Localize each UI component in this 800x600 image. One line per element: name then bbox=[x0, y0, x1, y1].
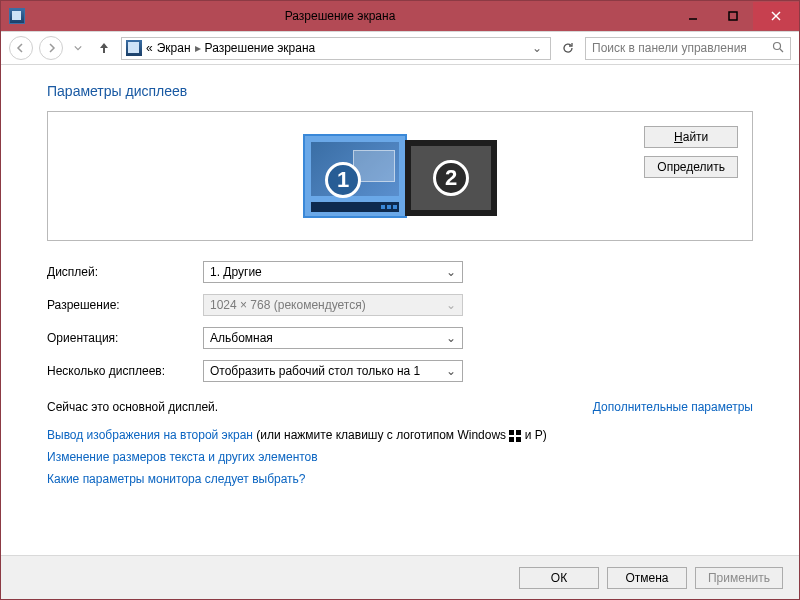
cancel-button[interactable]: Отмена bbox=[607, 567, 687, 589]
multiple-displays-select[interactable]: Отобразить рабочий стол только на 1 ⌄ bbox=[203, 360, 463, 382]
display-select[interactable]: 1. Другие ⌄ bbox=[203, 261, 463, 283]
select-value: 1024 × 768 (рекомендуется) bbox=[210, 298, 366, 312]
settings-form: Дисплей: 1. Другие ⌄ Разрешение: 1024 × … bbox=[47, 261, 753, 382]
page-heading: Параметры дисплеев bbox=[47, 83, 753, 99]
resolution-label: Разрешение: bbox=[47, 298, 203, 312]
primary-display-note: Сейчас это основной дисплей. bbox=[47, 400, 218, 414]
apply-button: Применить bbox=[695, 567, 783, 589]
advanced-settings-link[interactable]: Дополнительные параметры bbox=[593, 400, 753, 414]
svg-point-4 bbox=[774, 42, 781, 49]
resolution-select: 1024 × 768 (рекомендуется) ⌄ bbox=[203, 294, 463, 316]
caption-buttons bbox=[673, 2, 799, 30]
search-box[interactable] bbox=[585, 37, 791, 60]
close-button[interactable] bbox=[753, 2, 799, 30]
windows-logo-icon bbox=[509, 430, 521, 442]
svg-line-5 bbox=[780, 49, 783, 52]
nav-bar: « Экран ▸ Разрешение экрана ⌄ bbox=[1, 31, 799, 65]
back-button[interactable] bbox=[9, 36, 33, 60]
search-input[interactable] bbox=[592, 41, 768, 55]
search-icon bbox=[772, 41, 784, 56]
monitor-number-badge: 2 bbox=[433, 160, 469, 196]
breadcrumb-prefix: « bbox=[146, 41, 153, 55]
window-title: Разрешение экрана bbox=[1, 9, 679, 23]
up-button[interactable] bbox=[93, 37, 115, 59]
breadcrumb-item[interactable]: Экран bbox=[157, 41, 191, 55]
window: Разрешение экрана « Экран ▸ Разрешение э… bbox=[0, 0, 800, 600]
forward-button[interactable] bbox=[39, 36, 63, 60]
monitor-layout[interactable]: 1 2 bbox=[303, 134, 497, 218]
chevron-down-icon: ⌄ bbox=[446, 298, 456, 312]
content-area: Параметры дисплеев 1 2 Найти Определить bbox=[1, 65, 799, 599]
chevron-down-icon: ⌄ bbox=[446, 265, 456, 279]
project-suffix2: и P) bbox=[521, 428, 546, 442]
refresh-button[interactable] bbox=[557, 37, 579, 59]
dialog-footer: ОК Отмена Применить bbox=[1, 555, 799, 599]
detect-button[interactable]: Найти bbox=[644, 126, 738, 148]
select-value: Альбомная bbox=[210, 331, 273, 345]
text-size-link[interactable]: Изменение размеров текста и других элеме… bbox=[47, 450, 318, 464]
maximize-button[interactable] bbox=[713, 2, 753, 30]
orientation-select[interactable]: Альбомная ⌄ bbox=[203, 327, 463, 349]
which-settings-link[interactable]: Какие параметры монитора следует выбрать… bbox=[47, 472, 306, 486]
display-label: Дисплей: bbox=[47, 265, 203, 279]
identify-button[interactable]: Определить bbox=[644, 156, 738, 178]
monitor-2[interactable]: 2 bbox=[405, 140, 497, 216]
display-preview-box: 1 2 Найти Определить bbox=[47, 111, 753, 241]
chevron-down-icon[interactable]: ⌄ bbox=[532, 41, 546, 55]
select-value: 1. Другие bbox=[210, 265, 262, 279]
display-icon bbox=[126, 40, 142, 56]
project-suffix: (или нажмите клавишу с логотипом Windows bbox=[253, 428, 509, 442]
select-value: Отобразить рабочий стол только на 1 bbox=[210, 364, 420, 378]
ok-button[interactable]: ОК bbox=[519, 567, 599, 589]
monitor-1[interactable]: 1 bbox=[303, 134, 407, 218]
monitor-number-badge: 1 bbox=[325, 162, 361, 198]
chevron-down-icon: ⌄ bbox=[446, 331, 456, 345]
chevron-right-icon: ▸ bbox=[195, 41, 201, 55]
titlebar[interactable]: Разрешение экрана bbox=[1, 1, 799, 31]
history-dropdown[interactable] bbox=[69, 39, 87, 57]
minimize-button[interactable] bbox=[673, 2, 713, 30]
breadcrumb-item[interactable]: Разрешение экрана bbox=[205, 41, 316, 55]
project-second-screen-link[interactable]: Вывод изображения на второй экран bbox=[47, 428, 253, 442]
multiple-displays-label: Несколько дисплеев: bbox=[47, 364, 203, 378]
breadcrumb[interactable]: « Экран ▸ Разрешение экрана ⌄ bbox=[121, 37, 551, 60]
chevron-down-icon: ⌄ bbox=[446, 364, 456, 378]
orientation-label: Ориентация: bbox=[47, 331, 203, 345]
svg-rect-1 bbox=[729, 12, 737, 20]
